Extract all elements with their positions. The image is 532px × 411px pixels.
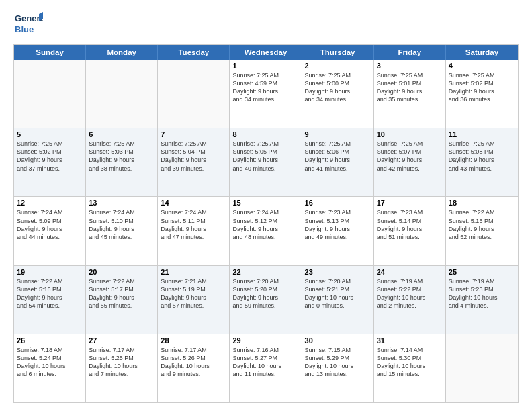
logo: General Blue: [13, 11, 43, 38]
day-info: Sunrise: 7:25 AM Sunset: 5:02 PM Dayligh…: [449, 71, 515, 104]
header-day-tuesday: Tuesday: [158, 45, 230, 60]
day-cell-13: 13Sunrise: 7:24 AM Sunset: 5:10 PM Dayli…: [86, 197, 158, 265]
header-day-thursday: Thursday: [302, 45, 374, 60]
day-info: Sunrise: 7:20 AM Sunset: 5:20 PM Dayligh…: [232, 277, 298, 310]
day-info: Sunrise: 7:24 AM Sunset: 5:10 PM Dayligh…: [89, 208, 154, 241]
day-number: 31: [377, 336, 443, 345]
day-cell-4: 4Sunrise: 7:25 AM Sunset: 5:02 PM Daylig…: [446, 60, 518, 128]
day-number: 30: [305, 336, 371, 345]
day-number: 12: [17, 199, 83, 207]
day-number: 26: [17, 336, 83, 345]
week-row-1: 1Sunrise: 7:25 AM Sunset: 4:59 PM Daylig…: [14, 60, 518, 128]
day-number: 21: [161, 268, 226, 276]
calendar-body: 1Sunrise: 7:25 AM Sunset: 4:59 PM Daylig…: [14, 60, 518, 402]
day-info: Sunrise: 7:22 AM Sunset: 5:16 PM Dayligh…: [17, 277, 83, 310]
header: General Blue: [13, 11, 519, 38]
day-number: 24: [377, 268, 443, 276]
day-cell-28: 28Sunrise: 7:17 AM Sunset: 5:26 PM Dayli…: [158, 334, 230, 402]
header-day-friday: Friday: [374, 45, 446, 60]
day-cell-19: 19Sunrise: 7:22 AM Sunset: 5:16 PM Dayli…: [14, 266, 86, 334]
day-number: 5: [17, 130, 83, 138]
day-info: Sunrise: 7:22 AM Sunset: 5:15 PM Dayligh…: [449, 208, 515, 241]
day-info: Sunrise: 7:22 AM Sunset: 5:17 PM Dayligh…: [89, 277, 154, 310]
day-cell-17: 17Sunrise: 7:23 AM Sunset: 5:14 PM Dayli…: [374, 197, 446, 265]
day-info: Sunrise: 7:20 AM Sunset: 5:21 PM Dayligh…: [305, 277, 371, 310]
day-info: Sunrise: 7:18 AM Sunset: 5:24 PM Dayligh…: [17, 346, 83, 379]
day-info: Sunrise: 7:24 AM Sunset: 5:12 PM Dayligh…: [232, 208, 298, 241]
svg-text:General: General: [15, 13, 43, 24]
day-cell-27: 27Sunrise: 7:17 AM Sunset: 5:25 PM Dayli…: [86, 334, 158, 402]
week-row-5: 26Sunrise: 7:18 AM Sunset: 5:24 PM Dayli…: [14, 334, 518, 402]
day-number: 9: [305, 130, 371, 138]
day-number: 23: [305, 268, 371, 276]
day-info: Sunrise: 7:24 AM Sunset: 5:09 PM Dayligh…: [17, 208, 83, 241]
empty-cell: [86, 60, 158, 128]
day-cell-8: 8Sunrise: 7:25 AM Sunset: 5:05 PM Daylig…: [230, 128, 302, 196]
day-number: 20: [89, 268, 154, 276]
day-cell-24: 24Sunrise: 7:19 AM Sunset: 5:22 PM Dayli…: [374, 266, 446, 334]
empty-cell: [446, 334, 518, 402]
day-cell-30: 30Sunrise: 7:15 AM Sunset: 5:29 PM Dayli…: [302, 334, 374, 402]
day-cell-5: 5Sunrise: 7:25 AM Sunset: 5:02 PM Daylig…: [14, 128, 86, 196]
day-cell-2: 2Sunrise: 7:25 AM Sunset: 5:00 PM Daylig…: [302, 60, 374, 128]
day-info: Sunrise: 7:25 AM Sunset: 5:07 PM Dayligh…: [377, 140, 443, 173]
day-cell-12: 12Sunrise: 7:24 AM Sunset: 5:09 PM Dayli…: [14, 197, 86, 265]
day-info: Sunrise: 7:25 AM Sunset: 5:02 PM Dayligh…: [17, 140, 83, 173]
day-number: 18: [449, 199, 515, 207]
day-number: 2: [305, 62, 371, 70]
day-info: Sunrise: 7:25 AM Sunset: 5:05 PM Dayligh…: [232, 140, 298, 173]
day-info: Sunrise: 7:15 AM Sunset: 5:29 PM Dayligh…: [305, 346, 371, 379]
day-info: Sunrise: 7:24 AM Sunset: 5:11 PM Dayligh…: [161, 208, 226, 241]
header-day-wednesday: Wednesday: [230, 45, 302, 60]
day-cell-21: 21Sunrise: 7:21 AM Sunset: 5:19 PM Dayli…: [158, 266, 230, 334]
header-day-monday: Monday: [86, 45, 158, 60]
day-info: Sunrise: 7:25 AM Sunset: 5:00 PM Dayligh…: [305, 71, 371, 104]
day-cell-11: 11Sunrise: 7:25 AM Sunset: 5:08 PM Dayli…: [446, 128, 518, 196]
day-cell-16: 16Sunrise: 7:23 AM Sunset: 5:13 PM Dayli…: [302, 197, 374, 265]
day-number: 22: [232, 268, 298, 276]
day-info: Sunrise: 7:23 AM Sunset: 5:14 PM Dayligh…: [377, 208, 443, 241]
day-info: Sunrise: 7:21 AM Sunset: 5:19 PM Dayligh…: [161, 277, 226, 310]
day-number: 10: [377, 130, 443, 138]
day-number: 17: [377, 199, 443, 207]
day-cell-23: 23Sunrise: 7:20 AM Sunset: 5:21 PM Dayli…: [302, 266, 374, 334]
day-info: Sunrise: 7:25 AM Sunset: 5:03 PM Dayligh…: [89, 140, 154, 173]
header-day-sunday: Sunday: [14, 45, 86, 60]
day-cell-15: 15Sunrise: 7:24 AM Sunset: 5:12 PM Dayli…: [230, 197, 302, 265]
day-cell-6: 6Sunrise: 7:25 AM Sunset: 5:03 PM Daylig…: [86, 128, 158, 196]
day-cell-9: 9Sunrise: 7:25 AM Sunset: 5:06 PM Daylig…: [302, 128, 374, 196]
day-number: 19: [17, 268, 83, 276]
day-info: Sunrise: 7:16 AM Sunset: 5:27 PM Dayligh…: [232, 346, 298, 379]
day-info: Sunrise: 7:25 AM Sunset: 5:06 PM Dayligh…: [305, 140, 371, 173]
day-info: Sunrise: 7:25 AM Sunset: 5:08 PM Dayligh…: [449, 140, 515, 173]
day-info: Sunrise: 7:25 AM Sunset: 5:01 PM Dayligh…: [377, 71, 443, 104]
day-number: 16: [305, 199, 371, 207]
day-number: 29: [232, 336, 298, 345]
day-info: Sunrise: 7:17 AM Sunset: 5:26 PM Dayligh…: [161, 346, 226, 379]
day-number: 6: [89, 130, 154, 138]
week-row-3: 12Sunrise: 7:24 AM Sunset: 5:09 PM Dayli…: [14, 196, 518, 265]
day-info: Sunrise: 7:23 AM Sunset: 5:13 PM Dayligh…: [305, 208, 371, 241]
day-number: 4: [449, 62, 515, 70]
day-cell-29: 29Sunrise: 7:16 AM Sunset: 5:27 PM Dayli…: [230, 334, 302, 402]
svg-text:Blue: Blue: [15, 24, 34, 34]
empty-cell: [158, 60, 230, 128]
calendar: SundayMondayTuesdayWednesdayThursdayFrid…: [13, 44, 519, 403]
day-number: 7: [161, 130, 226, 138]
week-row-2: 5Sunrise: 7:25 AM Sunset: 5:02 PM Daylig…: [14, 128, 518, 196]
empty-cell: [14, 60, 86, 128]
day-cell-26: 26Sunrise: 7:18 AM Sunset: 5:24 PM Dayli…: [14, 334, 86, 402]
day-number: 1: [232, 62, 298, 70]
day-number: 8: [232, 130, 298, 138]
day-number: 11: [449, 130, 515, 138]
day-number: 14: [161, 199, 226, 207]
day-cell-10: 10Sunrise: 7:25 AM Sunset: 5:07 PM Dayli…: [374, 128, 446, 196]
day-cell-22: 22Sunrise: 7:20 AM Sunset: 5:20 PM Dayli…: [230, 266, 302, 334]
page: General Blue SundayMondayTuesdayWednesda…: [0, 0, 532, 411]
day-info: Sunrise: 7:17 AM Sunset: 5:25 PM Dayligh…: [89, 346, 154, 379]
day-cell-3: 3Sunrise: 7:25 AM Sunset: 5:01 PM Daylig…: [374, 60, 446, 128]
day-cell-18: 18Sunrise: 7:22 AM Sunset: 5:15 PM Dayli…: [446, 197, 518, 265]
day-cell-14: 14Sunrise: 7:24 AM Sunset: 5:11 PM Dayli…: [158, 197, 230, 265]
logo-svg: General Blue: [13, 11, 43, 38]
day-info: Sunrise: 7:19 AM Sunset: 5:22 PM Dayligh…: [377, 277, 443, 310]
